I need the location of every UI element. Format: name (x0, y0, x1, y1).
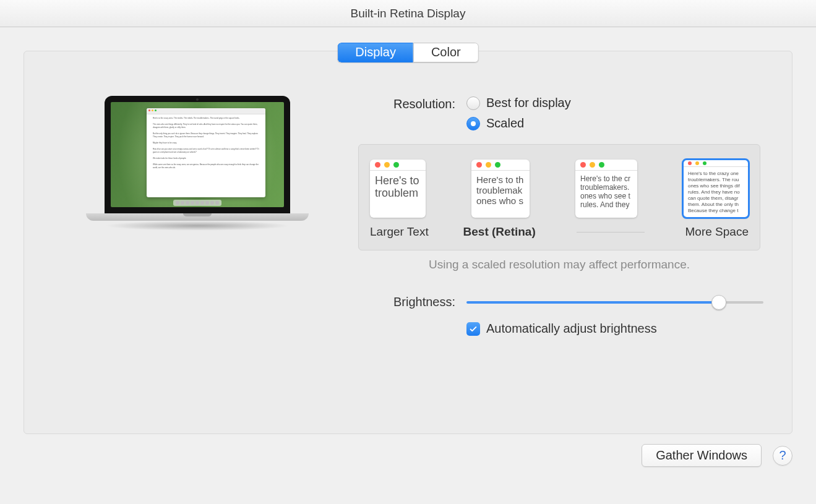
caption-larger: Larger Text (370, 225, 429, 239)
tab-color[interactable]: Color (413, 43, 479, 62)
brightness-slider[interactable] (466, 301, 763, 304)
radio-scaled[interactable]: Scaled (466, 116, 571, 130)
radio-best-for-display[interactable]: Best for display (466, 96, 571, 110)
scale-option-more-space[interactable]: Here's to the crazy one troublemakers. T… (683, 160, 749, 218)
scale-option-more-1[interactable]: Here's to the cr troublemakers. ones who… (575, 160, 637, 218)
help-button[interactable]: ? (773, 446, 792, 466)
scaled-options-box: Here's to troublem Here's to th troublem… (358, 144, 760, 250)
caption-more: More Space (685, 225, 749, 239)
tab-display[interactable]: Display (337, 43, 413, 62)
radio-indicator (466, 117, 480, 130)
content-panel: Display Color Here's to the crazy ones. … (24, 51, 792, 434)
scale-option-larger[interactable]: Here's to troublem (370, 160, 426, 218)
radio-indicator (466, 96, 480, 110)
resolution-label: Resolution: (358, 96, 466, 111)
window-title: Built-in Retina Display (351, 7, 466, 20)
caption-best: Best (Retina) (463, 225, 536, 239)
brightness-knob[interactable] (711, 295, 726, 310)
check-icon (469, 325, 478, 333)
radio-label: Scaled (486, 116, 524, 130)
window-titlebar: Built-in Retina Display (0, 0, 816, 27)
auto-brightness-label: Automatically adjust brightness (486, 322, 657, 336)
scale-hint: Using a scaled resolution may affect per… (358, 258, 760, 271)
brightness-label: Brightness: (358, 295, 466, 309)
scale-option-best[interactable]: Here's to th troublemak ones who s (471, 160, 530, 218)
display-preview: Here's to the crazy ones. The misfits. T… (105, 96, 290, 336)
radio-label: Best for display (486, 96, 571, 110)
tab-segmented-control: Display Color (337, 43, 478, 62)
gather-windows-button[interactable]: Gather Windows (642, 444, 762, 467)
caption-spacer (577, 232, 645, 233)
auto-brightness-checkbox[interactable] (466, 322, 480, 336)
